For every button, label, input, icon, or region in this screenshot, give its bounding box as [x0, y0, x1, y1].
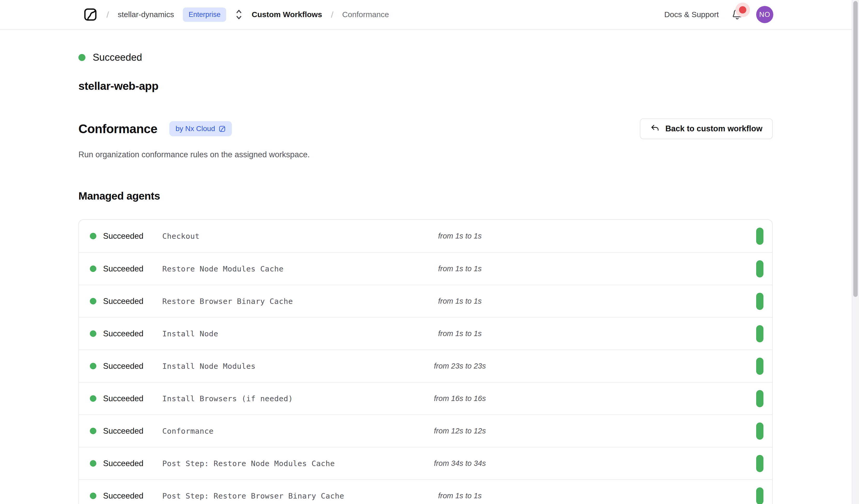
- step-timeline-bar[interactable]: [756, 423, 764, 440]
- workflow-description: Run organization conformance rules on th…: [78, 150, 773, 159]
- step-name: Post Step: Restore Browser Binary Cache: [162, 491, 344, 500]
- step-name: Post Step: Restore Node Modules Cache: [162, 459, 335, 468]
- step-success-dot: [90, 265, 96, 272]
- run-status-label: Succeeded: [93, 52, 142, 63]
- agent-step-row[interactable]: Succeeded Conformance from 12s to 12s: [79, 414, 772, 447]
- success-status-dot: [78, 54, 86, 61]
- step-success-dot: [90, 395, 96, 402]
- notifications-button[interactable]: [731, 8, 744, 21]
- agent-step-row[interactable]: Succeeded Install Browsers (if needed) f…: [79, 382, 772, 414]
- page-scrollbar-track[interactable]: [852, 0, 859, 504]
- workspace-switcher-button[interactable]: [235, 9, 243, 20]
- breadcrumb: / stellar-dynamics Enterprise Custom Wor…: [83, 7, 389, 22]
- step-success-dot: [90, 330, 96, 337]
- agent-step-row[interactable]: Succeeded Post Step: Restore Browser Bin…: [79, 479, 772, 504]
- step-duration: from 1s to 1s: [438, 264, 482, 273]
- step-success-dot: [90, 460, 96, 467]
- step-duration: from 34s to 34s: [434, 459, 486, 468]
- by-nx-cloud-badge[interactable]: by Nx Cloud: [169, 121, 232, 136]
- notification-red-dot: [739, 6, 746, 14]
- run-status: Succeeded: [78, 52, 773, 63]
- agent-step-row[interactable]: Succeeded Post Step: Restore Node Module…: [79, 447, 772, 479]
- step-duration: from 12s to 12s: [434, 427, 486, 435]
- step-duration: from 1s to 1s: [438, 329, 482, 338]
- step-success-dot: [90, 428, 96, 434]
- workflow-title-group: Conformance by Nx Cloud: [78, 121, 232, 136]
- step-timeline-bar[interactable]: [756, 325, 764, 342]
- breadcrumb-separator: /: [106, 10, 109, 20]
- agent-step-row[interactable]: Succeeded Restore Browser Binary Cache f…: [79, 285, 772, 317]
- notification-halo: [735, 3, 750, 17]
- step-duration: from 23s to 23s: [434, 362, 486, 370]
- step-success-dot: [90, 298, 96, 304]
- managed-agents-title: Managed agents: [78, 190, 773, 202]
- agent-step-row[interactable]: Succeeded Checkout from 1s to 1s: [79, 220, 772, 252]
- docs-support-link[interactable]: Docs & Support: [664, 10, 719, 19]
- step-name: Checkout: [162, 232, 200, 241]
- top-navigation-bar: / stellar-dynamics Enterprise Custom Wor…: [0, 0, 859, 30]
- step-name: Restore Node Modules Cache: [162, 264, 284, 273]
- step-status-label: Succeeded: [103, 459, 144, 468]
- step-duration: from 1s to 1s: [438, 232, 482, 240]
- step-success-dot: [90, 492, 96, 499]
- step-duration: from 16s to 16s: [434, 394, 486, 403]
- breadcrumb-page: Conformance: [342, 10, 389, 19]
- step-duration: from 1s to 1s: [438, 491, 482, 500]
- step-timeline-bar[interactable]: [756, 487, 764, 504]
- agent-step-row[interactable]: Succeeded Restore Node Modules Cache fro…: [79, 252, 772, 285]
- step-name: Install Node Modules: [162, 362, 256, 371]
- step-timeline-bar[interactable]: [756, 293, 764, 310]
- page-scrollbar-thumb[interactable]: [853, 1, 858, 297]
- user-avatar[interactable]: NO: [756, 6, 773, 23]
- step-timeline-bar[interactable]: [756, 390, 764, 407]
- step-timeline-bar[interactable]: [756, 455, 764, 472]
- step-status-label: Succeeded: [103, 231, 144, 241]
- enterprise-plan-badge[interactable]: Enterprise: [183, 7, 226, 22]
- step-name: Restore Browser Binary Cache: [162, 297, 293, 306]
- step-duration: from 1s to 1s: [438, 297, 482, 305]
- step-status-label: Succeeded: [103, 362, 144, 371]
- breadcrumb-org[interactable]: stellar-dynamics: [118, 10, 174, 19]
- step-status-label: Succeeded: [103, 491, 144, 501]
- step-success-dot: [90, 363, 96, 369]
- by-nx-cloud-label: by Nx Cloud: [176, 125, 215, 133]
- step-name: Conformance: [162, 427, 214, 436]
- nx-cloud-badge-icon: [218, 125, 226, 132]
- step-status-label: Succeeded: [103, 296, 144, 306]
- chevron-up-down-icon: [235, 9, 243, 20]
- workflow-title: Conformance: [78, 122, 157, 136]
- step-name: Install Browsers (if needed): [162, 394, 293, 403]
- step-name: Install Node: [162, 329, 218, 338]
- step-success-dot: [90, 233, 96, 239]
- managed-agents-list: Succeeded Checkout from 1s to 1s Succeed…: [78, 219, 773, 504]
- step-status-label: Succeeded: [103, 394, 144, 403]
- nx-cloud-logo-icon[interactable]: [83, 7, 97, 22]
- back-to-custom-workflow-button[interactable]: Back to custom workflow: [640, 118, 773, 139]
- workflow-header-row: Conformance by Nx Cloud: [78, 118, 773, 139]
- undo-arrow-icon: [650, 124, 660, 133]
- top-bar-actions: Docs & Support NO: [664, 6, 773, 23]
- breadcrumb-separator: /: [331, 10, 333, 20]
- agent-step-row[interactable]: Succeeded Install Node Modules from 23s …: [79, 350, 772, 382]
- step-timeline-bar[interactable]: [756, 357, 764, 375]
- step-timeline-bar[interactable]: [756, 228, 764, 245]
- main-content: Succeeded stellar-web-app Conformance by…: [0, 52, 859, 504]
- step-timeline-bar[interactable]: [756, 260, 764, 277]
- step-status-label: Succeeded: [103, 426, 144, 436]
- agent-step-row[interactable]: Succeeded Install Node from 1s to 1s: [79, 317, 772, 350]
- back-button-label: Back to custom workflow: [665, 124, 763, 133]
- step-status-label: Succeeded: [103, 329, 144, 338]
- nx-cloud-app: / stellar-dynamics Enterprise Custom Wor…: [0, 0, 859, 504]
- workspace-title: stellar-web-app: [78, 80, 773, 92]
- step-status-label: Succeeded: [103, 264, 144, 274]
- breadcrumb-section[interactable]: Custom Workflows: [252, 10, 322, 19]
